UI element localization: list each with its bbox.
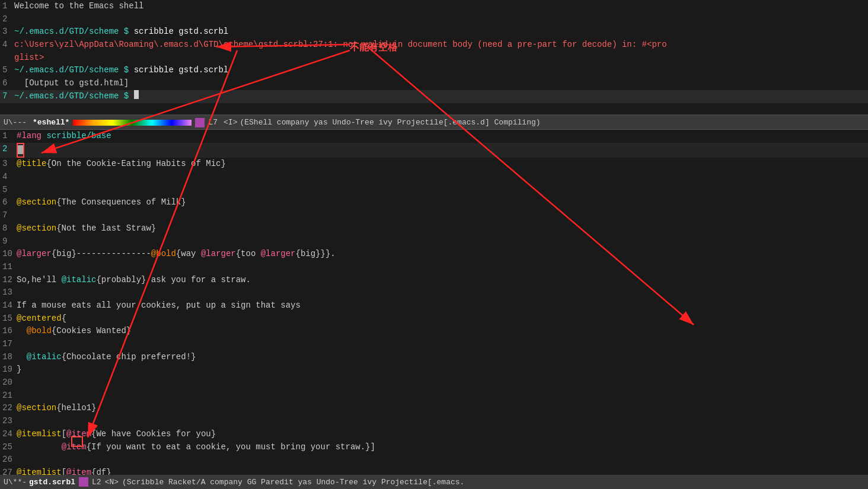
- editor-line-14: 14 If a mouse eats all your cookies, put…: [0, 299, 868, 312]
- editor-line-6: 6 @section{The Consequences of Milk}: [0, 196, 868, 209]
- editor-line-1: 1 #lang scribble/base: [0, 130, 868, 143]
- mode-line-line: L7: [208, 118, 218, 127]
- shell-line-1: 1 Welcome to the Emacs shell: [0, 0, 868, 13]
- editor-cursor: [18, 145, 23, 154]
- shell-line-3: 3 ~/.emacs.d/GTD/scheme $ scribble gstd.…: [0, 25, 868, 39]
- bottom-mode-line: U\**- gstd.scrbl L2 <N> (Scribble Racket…: [0, 475, 868, 489]
- editor-line-10: 10 @larger{big}---------------@bold{way …: [0, 248, 868, 261]
- editor-line-5: 5: [0, 184, 868, 197]
- editor-line-15: 15 @centered{: [0, 312, 868, 325]
- editor-pane[interactable]: 1 #lang scribble/base 2 3 @title{On the …: [0, 130, 868, 475]
- bottom-col: <N>: [105, 478, 119, 487]
- bottom-icon: [79, 477, 88, 487]
- bottom-line: L2: [92, 478, 101, 487]
- editor-line-11: 11: [0, 261, 868, 274]
- nyan-icon: [195, 118, 205, 127]
- editor-line-21: 21: [0, 389, 868, 402]
- editor-line-4: 4: [0, 171, 868, 184]
- shell-pane: 1 Welcome to the Emacs shell 2 3 ~/.emac…: [0, 0, 868, 116]
- top-mode-line: U\--- *eshell* L7 <I> (EShell company ya…: [0, 116, 868, 130]
- editor-line-12: 12 So,he'll @italic{probably} ask you fo…: [0, 274, 868, 287]
- mode-line-buffer: *eshell*: [33, 118, 69, 127]
- editor-line-23: 23: [0, 415, 868, 428]
- editor-line-20: 20: [0, 376, 868, 389]
- editor-line-8: 8 @section{Not the last Straw}: [0, 222, 868, 235]
- bottom-indicator: U\**-: [4, 478, 27, 487]
- editor-line-26: 26: [0, 453, 868, 466]
- bottom-modes: (Scribble Racket/A company GG Paredit ya…: [122, 478, 464, 487]
- editor-line-22: 22 @section{hello1}: [0, 402, 868, 415]
- editor-line-19: 19 }: [0, 363, 868, 376]
- shell-line-4: 4 c:\Users\yzl\AppData\Roaming\.emacs.d\…: [0, 39, 868, 52]
- editor-line-2: 2: [0, 143, 868, 158]
- mode-line-modes: (EShell company yas Undo-Tree ivy Projec…: [240, 118, 540, 127]
- editor-line-16: 16 @bold{Cookies Wanted}: [0, 325, 868, 338]
- rainbow-bar: [73, 120, 192, 126]
- shell-cursor: [134, 90, 139, 99]
- shell-line-7: 7 ~/.emacs.d/GTD/scheme $: [0, 90, 868, 103]
- shell-line-6: 6 [Output to gstd.html]: [0, 77, 868, 90]
- editor-line-24: 24 @itemlist[@item{We have Cookies for y…: [0, 428, 868, 441]
- editor-line-13: 13: [0, 286, 868, 299]
- shell-line-4cont: glist>: [0, 52, 868, 65]
- editor-line-9: 9: [0, 235, 868, 248]
- mode-line-indicator: U\---: [4, 118, 27, 127]
- editor-line-17: 17: [0, 338, 868, 351]
- editor-line-25: 25 @item{If you want to eat a cookie, yo…: [0, 441, 868, 454]
- editor-line-3: 3 @title{On the Cookie-Eating Habits of …: [0, 158, 868, 171]
- shell-line-5: 5 ~/.emacs.d/GTD/scheme $ scribble gstd.…: [0, 64, 868, 77]
- cursor-bracket: [17, 143, 24, 158]
- editor-line-7: 7: [0, 209, 868, 222]
- bottom-buffer: gstd.scrbl: [29, 478, 75, 487]
- editor-line-27: 27 @itemlist[@item{df}: [0, 466, 868, 475]
- editor-line-18: 18 @italic{Chocolate chip preferred!}: [0, 351, 868, 364]
- shell-line-2: 2: [0, 13, 868, 26]
